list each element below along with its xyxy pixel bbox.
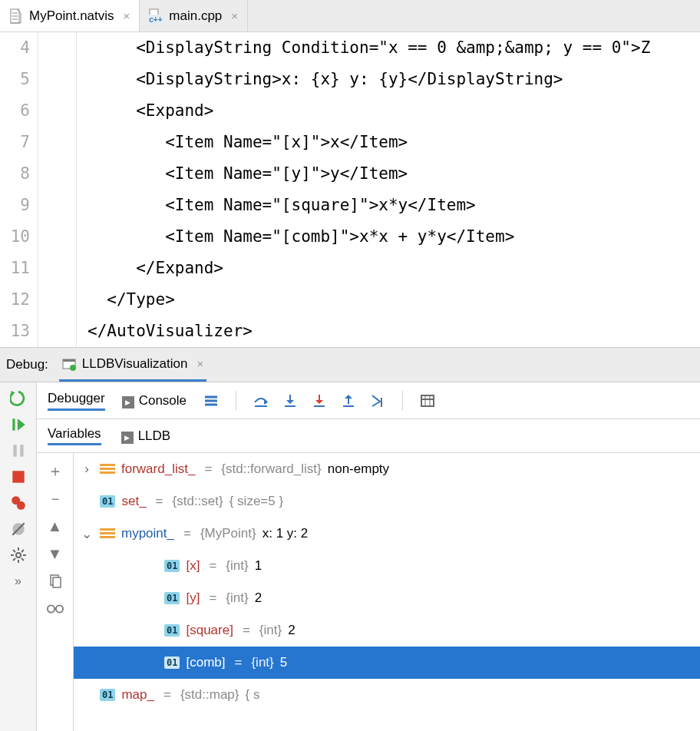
settings-icon[interactable] <box>10 547 27 564</box>
close-icon[interactable]: × <box>124 9 130 22</box>
remove-watch-icon[interactable]: － <box>47 490 64 507</box>
struct-icon <box>100 464 115 475</box>
int-badge-icon: 01 <box>164 560 180 572</box>
int-badge-icon: 01 <box>164 592 180 604</box>
svg-rect-9 <box>13 445 16 456</box>
variable-value: 2 <box>255 590 262 606</box>
application-icon <box>62 357 76 371</box>
variables-panel: ＋ － ▲ ▼ › forward_list_={std::forward_li… <box>37 453 700 731</box>
debug-subtabs: Variables LLDB <box>37 419 700 453</box>
variable-row[interactable]: › forward_list_={std::forward_list} non-… <box>74 453 700 485</box>
tab-lldb[interactable]: LLDB <box>121 428 171 444</box>
lldb-icon <box>121 432 134 444</box>
variable-value: 1 <box>255 558 262 574</box>
svg-line-22 <box>21 558 24 561</box>
expand-chevron-icon[interactable]: ⌄ <box>80 526 94 542</box>
variable-type: {int} <box>226 590 248 606</box>
glasses-icon[interactable] <box>47 600 64 617</box>
more-icon[interactable]: » <box>10 573 27 590</box>
variable-name: set_ <box>121 494 146 509</box>
resume-icon[interactable] <box>10 416 27 433</box>
close-icon[interactable]: × <box>197 357 204 370</box>
rerun-icon[interactable] <box>10 390 27 407</box>
variable-value: x: 1 y: 2 <box>262 526 309 541</box>
variable-type: {std::forward_list} <box>221 461 321 477</box>
variable-row[interactable]: 01 [x]={int} 1 <box>74 550 700 582</box>
svg-line-23 <box>13 558 15 561</box>
step-out-icon[interactable] <box>341 393 356 408</box>
variable-type: {int} <box>226 558 248 574</box>
run-configuration[interactable]: LLDBVisualization × <box>59 348 206 382</box>
view-breakpoints-icon[interactable] <box>10 495 27 511</box>
move-up-icon[interactable]: ▲ <box>47 518 64 534</box>
copy-icon[interactable] <box>47 573 64 590</box>
tab-console[interactable]: Console <box>122 393 187 408</box>
mute-breakpoints-icon[interactable] <box>10 521 27 538</box>
tab-main-cpp[interactable]: c++ main.cpp × <box>140 0 248 31</box>
step-into-icon[interactable] <box>282 393 298 408</box>
variable-row[interactable]: 01 [square]={int} 2 <box>74 614 700 647</box>
debug-label: Debug: <box>6 357 48 372</box>
variable-name: mypoint_ <box>121 526 174 541</box>
expand-chevron-icon[interactable]: › <box>80 461 94 477</box>
variable-name: map_ <box>121 687 154 703</box>
evaluate-icon[interactable] <box>420 393 435 408</box>
separator <box>402 391 403 411</box>
variable-row[interactable]: 01 set_={std::set} { size=5 } <box>74 485 700 518</box>
variable-value: { size=5 } <box>229 494 283 509</box>
editor-tabs: MyPoint.natvis × c++ main.cpp × <box>0 0 700 32</box>
pause-icon[interactable] <box>10 442 27 459</box>
code-editor[interactable]: 45678910111213 <DisplayString Condition=… <box>0 32 700 347</box>
variable-value: 5 <box>280 655 287 670</box>
variable-type: {int} <box>259 623 282 638</box>
svg-rect-10 <box>20 445 23 456</box>
variable-row[interactable]: 01 [comb]={int} 5 <box>74 647 700 679</box>
variables-list[interactable]: › forward_list_={std::forward_list} non-… <box>74 453 700 731</box>
svg-rect-11 <box>12 471 24 482</box>
stop-icon[interactable] <box>10 468 27 485</box>
svg-point-16 <box>16 553 21 557</box>
variable-type: {std::map} <box>180 687 239 703</box>
int-badge-icon: 01 <box>100 495 115 508</box>
move-down-icon[interactable]: ▼ <box>47 545 64 562</box>
variable-value: non-empty <box>328 461 389 477</box>
close-icon[interactable]: × <box>231 9 238 22</box>
variable-value: 2 <box>288 623 295 638</box>
int-badge-icon: 01 <box>164 657 180 669</box>
variable-type: {int} <box>251 655 273 670</box>
tab-debugger[interactable]: Debugger <box>48 391 105 411</box>
cpp-icon: c++ <box>149 9 163 23</box>
threads-icon[interactable] <box>203 393 219 408</box>
svg-rect-8 <box>12 418 15 430</box>
variable-name: [square] <box>186 623 233 638</box>
console-icon <box>122 396 134 408</box>
debug-main: Debugger Console Variables LLDB ＋ － <box>37 382 700 731</box>
run-to-cursor-icon[interactable] <box>370 393 385 408</box>
file-icon <box>9 9 23 23</box>
struct-icon <box>100 528 115 539</box>
separator <box>236 391 236 411</box>
int-badge-icon: 01 <box>100 689 115 701</box>
debug-left-rail: » <box>0 382 37 731</box>
svg-point-42 <box>47 605 54 612</box>
variables-rail: ＋ － ▲ ▼ <box>37 453 74 731</box>
step-buttons <box>253 393 385 408</box>
variable-row[interactable]: ⌄ mypoint_={MyPoint} x: 1 y: 2 <box>74 518 700 550</box>
variable-name: [comb] <box>186 655 225 670</box>
variable-row[interactable]: 01 [y]={int} 2 <box>74 582 700 614</box>
svg-point-43 <box>55 605 62 612</box>
step-over-icon[interactable] <box>253 393 269 408</box>
variable-row[interactable]: 01 map_={std::map} { s <box>74 679 700 711</box>
svg-rect-6 <box>63 359 75 362</box>
svg-point-7 <box>70 365 76 371</box>
force-step-into-icon[interactable] <box>312 393 327 408</box>
variable-name: [x] <box>186 558 200 574</box>
tab-label: main.cpp <box>169 8 222 24</box>
add-watch-icon[interactable]: ＋ <box>47 462 64 479</box>
int-badge-icon: 01 <box>164 624 180 637</box>
tab-mypoint[interactable]: MyPoint.natvis × <box>0 0 140 31</box>
variable-name: forward_list_ <box>121 461 195 477</box>
tab-variables[interactable]: Variables <box>48 426 101 445</box>
svg-line-21 <box>13 550 15 552</box>
variable-type: {std::set} <box>173 494 223 509</box>
